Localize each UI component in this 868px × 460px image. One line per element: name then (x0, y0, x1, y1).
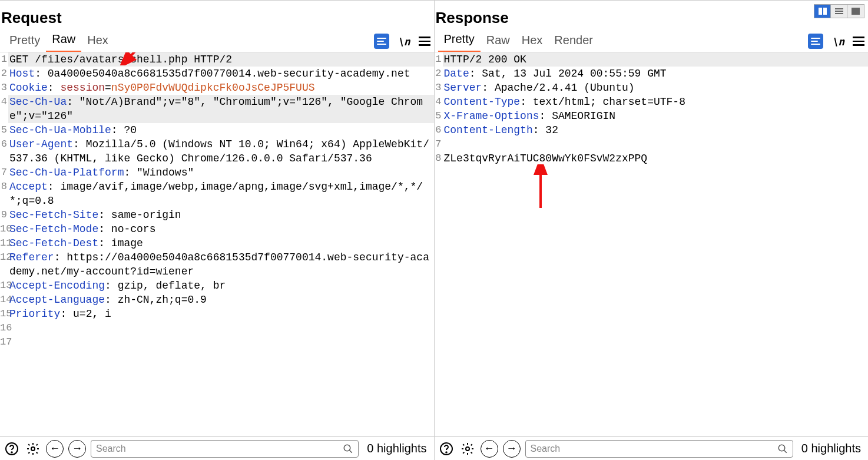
svg-point-2 (11, 452, 12, 453)
tab-pretty[interactable]: Pretty (4, 31, 46, 52)
response-highlight-count: 0 highlights (798, 442, 864, 455)
response-title: Response (435, 1, 869, 31)
prev-match-button[interactable]: ← (46, 440, 64, 458)
layout-buttons (814, 4, 864, 18)
editor-line[interactable]: 16 (0, 321, 434, 335)
response-editor[interactable]: 1HTTP/2 200 OK2Date: Sat, 13 Jul 2024 00… (435, 52, 869, 436)
hamburger-menu-icon[interactable] (853, 37, 864, 46)
line-content[interactable]: GET /files/avatars/shell.php HTTP/2 (8, 52, 434, 67)
line-content[interactable]: HTTP/2 200 OK (443, 52, 869, 67)
line-content[interactable]: User-Agent: Mozilla/5.0 (Windows NT 10.0… (8, 137, 434, 166)
tab-hex[interactable]: Hex (81, 31, 114, 52)
line-content[interactable]: Server: Apache/2.4.41 (Ubuntu) (443, 81, 869, 95)
tab-hex[interactable]: Hex (516, 31, 549, 52)
editor-line[interactable]: 8Accept: image/avif,image/webp,image/apn… (0, 180, 434, 208)
request-panel: Request PrettyRawHex \n 1GET /files/avat… (0, 1, 435, 460)
line-number: 6 (435, 123, 443, 137)
annotation-arrow-icon (529, 164, 552, 211)
line-content[interactable]: Sec-Fetch-Dest: image (8, 236, 434, 250)
editor-line[interactable]: 13Accept-Encoding: gzip, deflate, br (0, 279, 434, 293)
gear-icon[interactable] (25, 441, 41, 457)
line-content[interactable]: Sec-Ch-Ua-Platform: "Windows" (8, 166, 434, 180)
response-panel: Response PrettyRawHexRender \n 1HTTP/2 2… (435, 1, 869, 460)
editor-line[interactable]: 8ZLe3tqvRyrAiTUC80WwYk0FSvW2zxPPQ (435, 151, 869, 166)
help-icon[interactable] (4, 441, 20, 457)
editor-line[interactable]: 4Content-Type: text/html; charset=UTF-8 (435, 95, 869, 109)
next-match-button[interactable]: → (68, 440, 86, 458)
line-content[interactable]: Priority: u=2, i (8, 307, 434, 321)
prev-match-button[interactable]: ← (481, 440, 498, 458)
wrap-toggle-icon[interactable] (374, 34, 389, 49)
editor-line[interactable]: 11Sec-Fetch-Dest: image (0, 236, 434, 250)
svg-point-8 (446, 452, 447, 453)
line-content[interactable]: Sec-Fetch-Mode: no-cors (8, 222, 434, 236)
line-number: 11 (0, 236, 8, 250)
svg-line-11 (784, 450, 787, 453)
newline-toggle-icon[interactable]: \n (831, 35, 844, 48)
line-content[interactable]: Host: 0a4000e5040a8c6681535d7f00770014.w… (8, 67, 434, 81)
hamburger-menu-icon[interactable] (419, 37, 430, 46)
editor-line[interactable]: 14Accept-Language: zh-CN,zh;q=0.9 (0, 293, 434, 307)
editor-line[interactable]: 15Priority: u=2, i (0, 307, 434, 321)
response-search-box[interactable] (525, 440, 793, 458)
editor-line[interactable]: 6Content-Length: 32 (435, 123, 869, 137)
line-content[interactable]: Content-Type: text/html; charset=UTF-8 (443, 95, 869, 109)
wrap-toggle-icon[interactable] (808, 34, 823, 49)
editor-line[interactable]: 5Sec-Ch-Ua-Mobile: ?0 (0, 123, 434, 137)
tab-raw[interactable]: Raw (481, 31, 516, 52)
editor-line[interactable]: 10Sec-Fetch-Mode: no-cors (0, 222, 434, 236)
line-number: 13 (0, 279, 8, 293)
editor-line[interactable]: 3Cookie: session=nSy0P0FdvWUQdipkcFk0oJs… (0, 81, 434, 95)
layout-columns-button[interactable] (814, 5, 831, 18)
help-icon[interactable] (438, 441, 455, 457)
response-tab-tools: \n (808, 31, 864, 52)
line-number: 2 (435, 67, 443, 81)
line-content[interactable]: Cookie: session=nSy0P0FdvWUQdipkcFk0oJsC… (8, 81, 434, 95)
editor-line[interactable]: 7Sec-Ch-Ua-Platform: "Windows" (0, 166, 434, 180)
line-number: 4 (435, 95, 443, 109)
line-content[interactable]: X-Frame-Options: SAMEORIGIN (443, 109, 869, 123)
editor-line[interactable]: 1GET /files/avatars/shell.php HTTP/2 (0, 52, 434, 67)
line-content[interactable]: Referer: https://0a4000e5040a8c6681535d7… (8, 250, 434, 279)
editor-line[interactable]: 2Date: Sat, 13 Jul 2024 00:55:59 GMT (435, 67, 869, 81)
editor-line[interactable]: 1HTTP/2 200 OK (435, 52, 869, 67)
layout-rows-button[interactable] (831, 5, 847, 18)
request-tab-tools: \n (374, 31, 430, 52)
line-content[interactable]: Content-Length: 32 (443, 123, 869, 137)
newline-toggle-icon[interactable]: \n (397, 35, 410, 48)
line-content[interactable]: Sec-Ch-Ua-Mobile: ?0 (8, 123, 434, 137)
editor-line[interactable]: 9Sec-Fetch-Site: same-origin (0, 208, 434, 222)
line-number: 5 (435, 109, 443, 123)
line-number: 6 (0, 137, 8, 151)
gear-icon[interactable] (459, 441, 476, 457)
line-content[interactable]: Accept-Encoding: gzip, deflate, br (8, 279, 434, 293)
layout-single-button[interactable] (847, 5, 864, 18)
tab-render[interactable]: Render (548, 31, 599, 52)
editor-line[interactable]: 5X-Frame-Options: SAMEORIGIN (435, 109, 869, 123)
response-search-input[interactable] (531, 444, 777, 454)
editor-line[interactable]: 4Sec-Ch-Ua: "Not/A)Brand";v="8", "Chromi… (0, 95, 434, 123)
editor-line[interactable]: 6User-Agent: Mozilla/5.0 (Windows NT 10.… (0, 137, 434, 166)
next-match-button[interactable]: → (503, 440, 521, 458)
editor-line[interactable]: 2Host: 0a4000e5040a8c6681535d7f00770014.… (0, 67, 434, 81)
request-search-box[interactable] (91, 440, 359, 458)
tab-raw[interactable]: Raw (46, 30, 81, 52)
editor-line[interactable]: 7 (435, 137, 869, 151)
editor-line[interactable]: 3Server: Apache/2.4.41 (Ubuntu) (435, 81, 869, 95)
request-search-input[interactable] (96, 444, 343, 454)
line-content[interactable]: ZLe3tqvRyrAiTUC80WwYk0FSvW2zxPPQ (443, 151, 869, 166)
request-editor[interactable]: 1GET /files/avatars/shell.php HTTP/22Hos… (0, 52, 434, 436)
line-number: 1 (0, 52, 8, 67)
editor-line[interactable]: 12Referer: https://0a4000e5040a8c6681535… (0, 250, 434, 279)
line-content[interactable]: Accept: image/avif,image/webp,image/apng… (8, 180, 434, 208)
line-content[interactable]: Sec-Fetch-Site: same-origin (8, 208, 434, 222)
line-number: 3 (0, 81, 8, 95)
tab-pretty[interactable]: Pretty (438, 30, 481, 52)
line-content[interactable]: Accept-Language: zh-CN,zh;q=0.9 (8, 293, 434, 307)
line-content[interactable]: Sec-Ch-Ua: "Not/A)Brand";v="8", "Chromiu… (8, 95, 434, 123)
svg-point-10 (778, 445, 785, 451)
search-icon (777, 444, 788, 454)
editor-line[interactable]: 17 (0, 335, 434, 349)
svg-point-4 (344, 445, 351, 451)
line-content[interactable]: Date: Sat, 13 Jul 2024 00:55:59 GMT (443, 67, 869, 81)
